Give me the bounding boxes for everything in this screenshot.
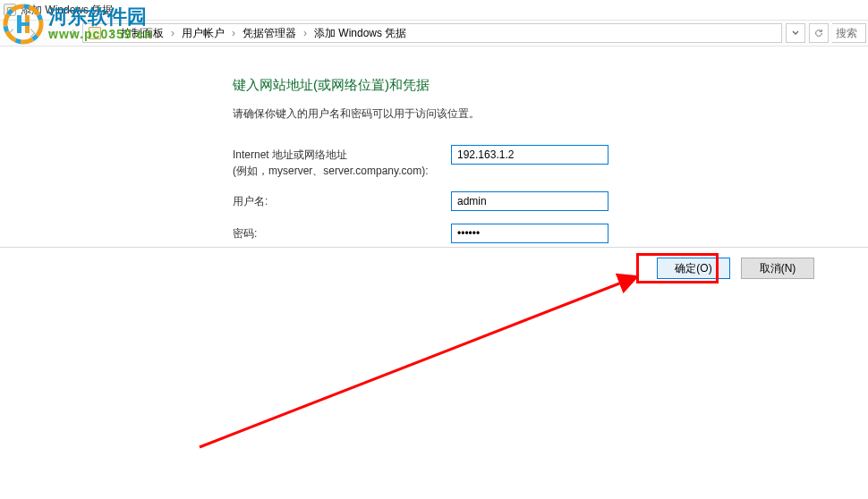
row-username: 用户名:	[233, 191, 868, 211]
breadcrumb-item[interactable]: 用户帐户	[180, 26, 226, 41]
main-content: 键入网站地址(或网络位置)和凭据 请确保你键入的用户名和密码可以用于访问该位置。…	[0, 47, 868, 243]
watermark-url: www.pc0359.cn	[48, 28, 153, 41]
search-box[interactable]: 搜索	[832, 23, 866, 43]
svg-rect-4	[17, 22, 30, 26]
password-label: 密码:	[233, 224, 451, 241]
breadcrumb[interactable]: › 控制面板 › 用户帐户 › 凭据管理器 › 添加 Windows 凭据	[82, 23, 782, 43]
svg-line-5	[200, 277, 635, 447]
ok-button[interactable]: 确定(O)	[657, 258, 730, 279]
page-title: 键入网站地址(或网络位置)和凭据	[233, 77, 868, 94]
row-address: Internet 地址或网络地址 (例如，myserver、server.com…	[233, 145, 868, 179]
breadcrumb-dropdown[interactable]	[786, 23, 805, 43]
password-input[interactable]	[451, 224, 608, 243]
breadcrumb-separator: ›	[298, 27, 312, 39]
watermark-logo-icon	[2, 3, 45, 46]
breadcrumb-item[interactable]: 凭据管理器	[241, 26, 298, 41]
search-placeholder: 搜索	[836, 26, 857, 41]
watermark-name: 河东软件园	[48, 6, 153, 28]
page-subtitle: 请确保你键入的用户名和密码可以用于访问该位置。	[233, 106, 868, 122]
cancel-button[interactable]: 取消(N)	[741, 258, 814, 279]
annotation-arrow	[192, 268, 658, 456]
username-input[interactable]	[451, 191, 608, 211]
refresh-button[interactable]	[809, 23, 829, 43]
address-label: Internet 地址或网络地址 (例如，myserver、server.com…	[233, 145, 451, 179]
button-bar: 确定(O) 取消(N)	[0, 258, 868, 279]
username-label: 用户名:	[233, 191, 451, 209]
site-watermark: 河东软件园 www.pc0359.cn	[2, 3, 153, 46]
breadcrumb-item[interactable]: 添加 Windows 凭据	[312, 26, 408, 41]
row-password: 密码:	[233, 224, 868, 243]
address-input[interactable]	[451, 145, 608, 165]
breadcrumb-separator: ›	[166, 27, 180, 39]
breadcrumb-separator: ›	[226, 27, 241, 39]
divider	[0, 247, 868, 248]
